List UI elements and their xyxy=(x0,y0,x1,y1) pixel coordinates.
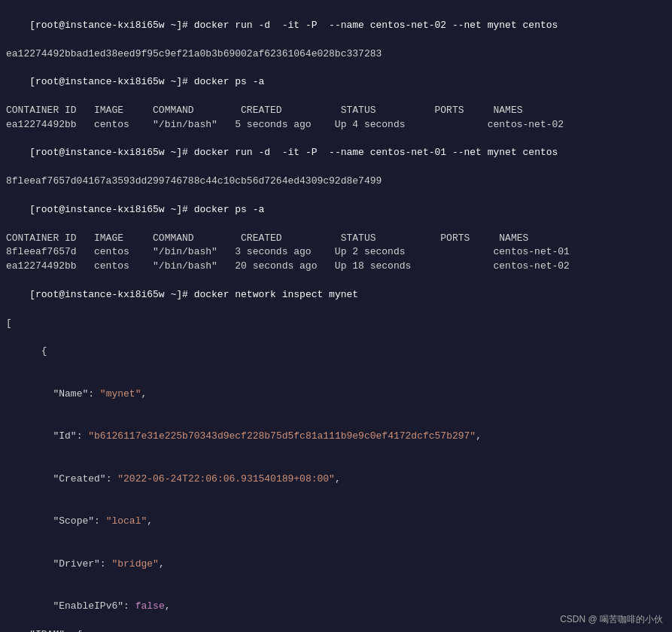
cmd-4: docker ps -a xyxy=(194,204,265,215)
watermark: CSDN @ 喝苦咖啡的小伙 xyxy=(560,613,663,626)
watermark-prefix: CSDN @ xyxy=(560,614,598,624)
table-header-2: CONTAINER ID IMAGE COMMAND CREATED STATU… xyxy=(6,232,666,246)
prompt-4: [root@instance-kxi8i65w ~]# xyxy=(29,204,193,215)
json-scope: "Scope": "local", xyxy=(6,501,666,544)
terminal-window: [root@instance-kxi8i65w ~]# docker run -… xyxy=(0,0,672,632)
json-name: "Name": "mynet", xyxy=(6,373,666,416)
output-1: ea12274492bbad1ed38eed9f95c9ef21a0b3b690… xyxy=(6,47,666,62)
cmd-3: docker run -d -it -P --name centos-net-0… xyxy=(194,147,558,158)
json-open-bracket: [ xyxy=(6,317,666,331)
json-created: "Created": "2022-06-24T22:06:06.93154018… xyxy=(6,458,666,501)
table-row-2: 8fleeaf7657d centos "/bin/bash" 3 second… xyxy=(6,245,666,260)
cmd-line-2: [root@instance-kxi8i65w ~]# docker ps -a xyxy=(6,61,666,104)
table-row-3: ea12274492bb centos "/bin/bash" 20 secon… xyxy=(6,260,666,274)
prompt-5: [root@instance-kxi8i65w ~]# xyxy=(29,289,193,300)
cmd-5: docker network inspect mynet xyxy=(194,289,358,300)
cmd-line-4: [root@instance-kxi8i65w ~]# docker ps -a xyxy=(6,189,666,232)
cmd-line-3: [root@instance-kxi8i65w ~]# docker run -… xyxy=(6,132,666,175)
cmd-1: docker run -d -it -P --name centos-net-0… xyxy=(194,20,558,31)
prompt-3: [root@instance-kxi8i65w ~]# xyxy=(29,147,193,158)
table-header-1: CONTAINER ID IMAGE COMMAND CREATED STATU… xyxy=(6,104,666,118)
output-2: 8fleeaf7657d04167a3593dd299746788c44c10c… xyxy=(6,175,666,189)
prompt-1: [root@instance-kxi8i65w ~]# xyxy=(29,20,193,31)
json-indent-open: { xyxy=(6,330,666,373)
json-id: "Id": "b6126117e31e225b70343d9ecf228b75d… xyxy=(6,415,666,458)
prompt-2: [root@instance-kxi8i65w ~]# xyxy=(29,76,193,87)
watermark-author: 喝苦咖啡的小伙 xyxy=(600,614,663,624)
cmd-line-1: [root@instance-kxi8i65w ~]# docker run -… xyxy=(6,5,666,47)
cmd-2: docker ps -a xyxy=(194,76,265,87)
json-driver: "Driver": "bridge", xyxy=(6,543,666,586)
table-row-1: ea12274492bb centos "/bin/bash" 5 second… xyxy=(6,118,666,132)
json-ipam-open: "IPAM": { xyxy=(6,628,666,632)
cmd-line-5: [root@instance-kxi8i65w ~]# docker netwo… xyxy=(6,274,666,317)
